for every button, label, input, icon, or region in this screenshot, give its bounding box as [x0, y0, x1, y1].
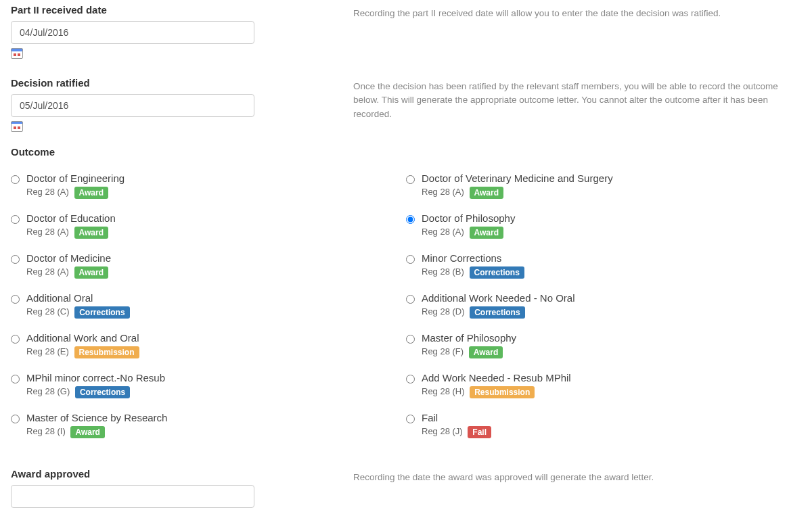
outcome-reg: Reg 28 (F) Award — [422, 346, 801, 358]
outcome-option[interactable]: FailReg 28 (J) Fail — [406, 412, 801, 438]
outcome-title: MPhil minor correct.-No Resub — [26, 372, 406, 383]
outcome-radio[interactable] — [11, 255, 20, 264]
outcome-title: Doctor of Engineering — [26, 172, 406, 184]
outcome-title: Additional Oral — [26, 292, 406, 304]
outcome-badge: Fail — [468, 426, 491, 438]
outcome-reg: Reg 28 (A) Award — [422, 187, 801, 199]
outcome-reg: Reg 28 (B) Corrections — [422, 266, 801, 279]
outcome-title: Add Work Needed - Resub MPhil — [422, 372, 801, 383]
outcome-reg: Reg 28 (I) Award — [26, 426, 406, 438]
outcome-option[interactable]: Master of PhilosophyReg 28 (F) Award — [406, 332, 801, 358]
outcome-badge: Award — [74, 187, 108, 199]
outcome-radio[interactable] — [406, 415, 415, 423]
outcome-badge: Corrections — [470, 306, 524, 319]
outcome-title: Additional Work Needed - No Oral — [422, 292, 801, 304]
outcome-reg: Reg 28 (J) Fail — [422, 426, 801, 438]
outcome-radio[interactable] — [11, 215, 20, 224]
award-approved-input[interactable] — [11, 485, 254, 508]
outcome-option[interactable]: Minor CorrectionsReg 28 (B) Corrections — [406, 252, 801, 279]
decision-ratified-label: Decision ratified — [11, 77, 342, 89]
part2-received-label: Part II received date — [11, 4, 342, 16]
outcome-badge: Resubmission — [470, 386, 535, 398]
outcome-radio[interactable] — [11, 415, 20, 423]
outcome-badge: Award — [470, 227, 503, 239]
outcome-radio[interactable] — [406, 375, 415, 383]
part2-received-input[interactable] — [11, 21, 254, 44]
outcome-title: Minor Corrections — [422, 252, 801, 264]
calendar-icon[interactable] — [11, 48, 23, 59]
outcome-option[interactable]: Doctor of Veterinary Medicine and Surger… — [406, 172, 801, 199]
outcome-option[interactable]: Doctor of EducationReg 28 (A) Award — [11, 212, 406, 239]
outcome-label: Outcome — [11, 146, 801, 158]
outcome-badge: Award — [74, 227, 108, 239]
outcome-option[interactable]: Add Work Needed - Resub MPhilReg 28 (H) … — [406, 372, 801, 398]
outcome-reg: Reg 28 (G) Corrections — [26, 386, 406, 398]
outcome-option[interactable]: Doctor of EngineeringReg 28 (A) Award — [11, 172, 406, 199]
outcome-badge: Award — [70, 426, 104, 438]
outcome-badge: Award — [470, 187, 503, 199]
outcome-option[interactable]: Doctor of PhilosophyReg 28 (A) Award — [406, 212, 801, 239]
outcome-radio[interactable] — [11, 295, 20, 304]
outcome-reg: Reg 28 (A) Award — [26, 227, 406, 239]
outcome-title: Doctor of Medicine — [26, 252, 406, 264]
outcome-radio[interactable] — [406, 335, 415, 344]
outcome-title: Doctor of Education — [26, 212, 406, 224]
outcome-reg: Reg 28 (A) Award — [26, 266, 406, 279]
outcome-badge: Resubmission — [74, 346, 139, 358]
decision-ratified-desc: Once the decision has been ratified by t… — [353, 80, 801, 121]
outcome-option[interactable]: Additional Work Needed - No OralReg 28 (… — [406, 292, 801, 319]
outcome-radio[interactable] — [406, 215, 415, 224]
outcome-radio[interactable] — [11, 175, 20, 184]
outcome-badge: Corrections — [470, 266, 524, 279]
outcome-badge: Corrections — [75, 386, 130, 398]
outcome-option[interactable]: Master of Science by ResearchReg 28 (I) … — [11, 412, 406, 438]
outcome-option[interactable]: MPhil minor correct.-No ResubReg 28 (G) … — [11, 372, 406, 398]
outcome-title: Master of Science by Research — [26, 412, 406, 423]
outcome-title: Doctor of Veterinary Medicine and Surger… — [422, 172, 801, 184]
outcome-reg: Reg 28 (A) Award — [422, 227, 801, 239]
outcome-reg: Reg 28 (H) Resubmission — [422, 386, 801, 398]
outcome-title: Fail — [422, 412, 801, 423]
outcome-radio[interactable] — [11, 375, 20, 383]
outcome-radio[interactable] — [406, 255, 415, 264]
award-approved-desc: Recording the date the award was approve… — [353, 471, 801, 484]
outcome-badge: Award — [74, 266, 108, 279]
outcome-option[interactable]: Doctor of MedicineReg 28 (A) Award — [11, 252, 406, 279]
outcome-reg: Reg 28 (E) Resubmission — [26, 346, 406, 358]
outcome-reg: Reg 28 (C) Corrections — [26, 306, 406, 319]
part2-received-desc: Recording the part II received date will… — [353, 7, 801, 20]
outcome-badge: Award — [469, 346, 503, 358]
outcome-title: Master of Philosophy — [422, 332, 801, 344]
outcome-badge: Corrections — [74, 306, 129, 319]
outcome-reg: Reg 28 (D) Corrections — [422, 306, 801, 319]
outcome-title: Doctor of Philosophy — [422, 212, 801, 224]
outcome-reg: Reg 28 (A) Award — [26, 187, 406, 199]
outcome-radio[interactable] — [406, 175, 415, 184]
calendar-icon[interactable] — [11, 121, 23, 132]
outcome-radio[interactable] — [406, 295, 415, 304]
outcome-radio[interactable] — [11, 335, 20, 344]
decision-ratified-input[interactable] — [11, 94, 254, 117]
outcome-option[interactable]: Additional Work and OralReg 28 (E) Resub… — [11, 332, 406, 358]
outcome-title: Additional Work and Oral — [26, 332, 406, 344]
outcome-option[interactable]: Additional OralReg 28 (C) Corrections — [11, 292, 406, 319]
award-approved-label: Award approved — [11, 468, 342, 480]
